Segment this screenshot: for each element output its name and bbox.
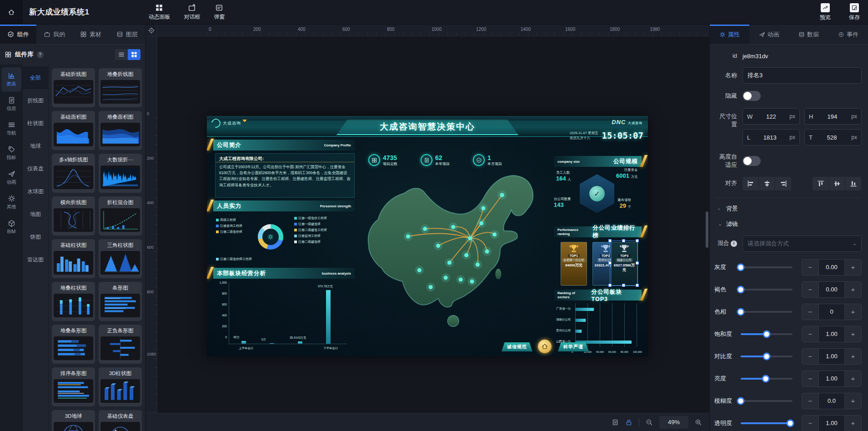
panel-business[interactable]: 本部板块经营分析business analysis bbox=[213, 268, 355, 279]
subcategory-饼图[interactable]: 饼图 bbox=[23, 226, 48, 248]
subcategory-水球图[interactable]: 水球图 bbox=[23, 180, 48, 203]
unlock-icon[interactable] bbox=[625, 419, 632, 426]
plus-button[interactable]: + bbox=[845, 393, 861, 409]
minus-button[interactable]: − bbox=[802, 416, 818, 431]
slider-track[interactable] bbox=[741, 422, 793, 424]
panel-company-profile[interactable]: 公司简介Company Profile bbox=[213, 140, 355, 150]
component-card-多x轴折线图[interactable]: 多x轴折线图 bbox=[52, 154, 95, 193]
personnel-donut-chart[interactable] bbox=[258, 224, 283, 250]
component-card-大数据折···[interactable]: 大数据折··· bbox=[99, 154, 142, 193]
inspector-tab-事件[interactable]: 事件 bbox=[828, 25, 868, 44]
auto-height-toggle[interactable] bbox=[743, 156, 761, 166]
inspector-tab-动画[interactable]: 动画 bbox=[749, 25, 789, 44]
selection-handle[interactable] bbox=[608, 284, 612, 287]
business-bar-chart[interactable]: 1,000800600400200045万0万35.4143万元970.78万元… bbox=[215, 282, 351, 351]
component-card-折柱混合图[interactable]: 折柱混合图 bbox=[99, 196, 142, 236]
minus-button[interactable]: − bbox=[802, 282, 818, 297]
home-button[interactable] bbox=[0, 0, 23, 25]
component-card-基础面积图[interactable]: 基础面积图 bbox=[52, 111, 95, 150]
dashboard-artboard[interactable]: 大成咨询智慧决策中心大成咨询DNC 大成咨询2025-11-07 星期五农历九月… bbox=[207, 116, 648, 356]
slider-thumb[interactable] bbox=[762, 375, 769, 382]
selection-handle[interactable] bbox=[622, 239, 625, 242]
plus-button[interactable]: + bbox=[845, 282, 861, 297]
plus-button[interactable]: + bbox=[845, 416, 861, 431]
blend-select[interactable]: 请选择混合方式⌄ bbox=[743, 236, 862, 252]
slider-thumb[interactable] bbox=[763, 330, 771, 338]
slider-thumb[interactable] bbox=[737, 308, 745, 316]
stat-chip[interactable]: 4735项目总数 bbox=[368, 152, 397, 168]
canvas-area[interactable]: 0200400600800100012001400160018001980 02… bbox=[146, 25, 709, 431]
plus-button[interactable]: + bbox=[845, 326, 861, 342]
subcategory-地图[interactable]: 地图 bbox=[23, 203, 48, 226]
tab-素材[interactable]: 素材 bbox=[73, 25, 109, 44]
dashboard-title-banner[interactable]: 大成咨询智慧决策中心 bbox=[336, 120, 518, 135]
slider-thumb[interactable] bbox=[787, 419, 794, 427]
subcategory-折线图[interactable]: 折线图 bbox=[23, 89, 48, 112]
zoom-level[interactable]: 49% bbox=[659, 416, 688, 429]
subcategory-仪表盘[interactable]: 仪表盘 bbox=[23, 157, 48, 180]
slider-thumb[interactable] bbox=[737, 263, 745, 271]
component-card-横向折线图[interactable]: 横向折线图 bbox=[52, 196, 95, 236]
category-图表[interactable]: 图表 bbox=[1, 67, 21, 92]
panel-company-scale[interactable]: company size公司规模 bbox=[554, 156, 642, 167]
align-middle-vertical-button[interactable] bbox=[829, 177, 845, 190]
toolbar-button-弹窗[interactable]: 弹窗 bbox=[214, 4, 225, 21]
slider-track[interactable] bbox=[741, 289, 793, 291]
plus-button[interactable]: + bbox=[845, 371, 861, 386]
ruler-target-icon[interactable] bbox=[146, 25, 157, 36]
minus-button[interactable]: − bbox=[802, 371, 818, 386]
align-top-button[interactable] bbox=[813, 177, 829, 190]
selection-handle[interactable] bbox=[636, 239, 639, 242]
panel-ranking[interactable]: Performance ranking分公司业绩排行榜 bbox=[554, 226, 642, 237]
component-card-堆叠柱状图[interactable]: 堆叠柱状图 bbox=[52, 282, 95, 321]
selection-handle[interactable] bbox=[622, 284, 625, 287]
save-button[interactable]: 保存 bbox=[849, 3, 860, 21]
tab-组件[interactable]: 组件 bbox=[0, 25, 36, 44]
slider-thumb[interactable] bbox=[763, 352, 771, 360]
page-settings-icon[interactable] bbox=[612, 419, 619, 426]
subcategory-地球[interactable]: 地球 bbox=[23, 135, 48, 157]
selection-handle[interactable] bbox=[636, 261, 639, 265]
component-card-正负条形图[interactable]: 正负条形图 bbox=[99, 325, 142, 364]
component-card-基础折线图[interactable]: 基础折线图 bbox=[52, 68, 95, 107]
minus-button[interactable]: − bbox=[802, 304, 818, 320]
slider-track[interactable] bbox=[741, 333, 793, 335]
category-BIM[interactable]: BIM bbox=[1, 215, 21, 239]
selection-handle[interactable] bbox=[608, 239, 612, 242]
category-其他[interactable]: 其他 bbox=[1, 190, 21, 215]
hide-toggle[interactable] bbox=[743, 91, 761, 101]
ranking-card-TOP1[interactable]: TOP1合肥第一分公司94000万元 bbox=[561, 242, 587, 286]
subcategory-全部[interactable]: 全部 bbox=[23, 66, 48, 89]
component-card-3D柱状图[interactable]: 3D柱状图 bbox=[99, 367, 142, 406]
canvas-vertical-scrollbar[interactable] bbox=[706, 211, 708, 248]
subcategory-雷达图[interactable]: 雷达图 bbox=[23, 248, 48, 271]
align-right-button[interactable] bbox=[775, 177, 792, 190]
zoom-in-icon[interactable] bbox=[695, 419, 702, 426]
slider-track[interactable] bbox=[741, 266, 793, 268]
selection-handle[interactable] bbox=[636, 284, 639, 287]
panel-sectors[interactable]: Ranking of sectors分公司板块TOP3 bbox=[554, 290, 642, 301]
component-card-条形图[interactable]: 条形图 bbox=[99, 282, 142, 321]
minus-button[interactable]: − bbox=[802, 260, 818, 275]
zoom-out-icon[interactable] bbox=[646, 419, 653, 426]
name-input[interactable]: 排名3 bbox=[743, 67, 862, 84]
size-input-W[interactable]: W122px bbox=[743, 108, 800, 125]
plus-button[interactable]: + bbox=[845, 260, 861, 275]
dashboard-logo[interactable]: 大成咨询 bbox=[211, 119, 241, 128]
subcategory-柱状图[interactable]: 柱状图 bbox=[23, 112, 48, 135]
tab-图层[interactable]: 图层 bbox=[109, 25, 145, 44]
inspector-tab-属性[interactable]: 属性 bbox=[710, 25, 749, 44]
size-input-T[interactable]: T528px bbox=[804, 129, 862, 145]
category-导航[interactable]: 导航 bbox=[1, 116, 21, 141]
stat-chip[interactable]: 1本月项目 bbox=[473, 152, 502, 168]
component-card-排序条形图[interactable]: 排序条形图 bbox=[52, 367, 95, 406]
minus-button[interactable]: − bbox=[802, 326, 818, 342]
dashboard-brand[interactable]: DNC 大成咨询 bbox=[612, 119, 642, 125]
size-input-H[interactable]: H194px bbox=[804, 108, 862, 125]
list-view-button[interactable] bbox=[115, 49, 128, 60]
background-section[interactable]: › 背景 bbox=[718, 205, 862, 213]
selection-box[interactable] bbox=[610, 241, 638, 286]
china-map[interactable] bbox=[357, 167, 557, 336]
slider-track[interactable] bbox=[741, 378, 793, 380]
component-card-堆叠折线图[interactable]: 堆叠折线图 bbox=[99, 68, 142, 107]
